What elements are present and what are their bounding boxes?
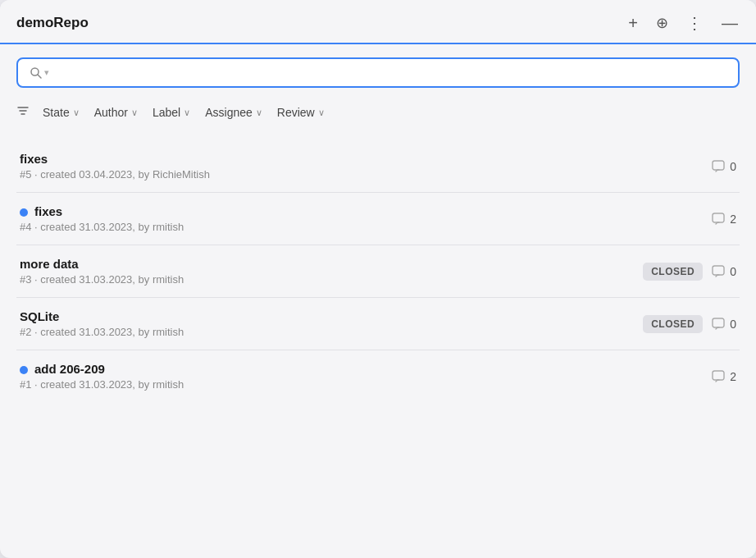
pr-title: fixes [34,204,62,218]
add-icon: + [628,14,638,33]
pr-title-row: fixes [20,204,62,218]
comment-icon [711,317,726,332]
pr-item[interactable]: fixes#4 · created 31.03.2023, by rmitish… [16,193,740,245]
comment-count: 2 [730,213,736,226]
comment-count: 2 [730,370,736,383]
filter-author-button[interactable]: Author ∨ [89,103,143,122]
more-icon: ⋮ [686,13,704,33]
svg-rect-6 [713,371,724,380]
pr-item[interactable]: SQLite#2 · created 31.03.2023, by rmitis… [16,298,740,350]
comment-icon [711,369,726,384]
more-button[interactable]: ⋮ [685,11,705,34]
pr-title: more data [20,257,79,271]
comment-wrap: 0 [711,159,736,174]
comment-icon [711,212,726,226]
svg-rect-3 [713,213,724,222]
add-button[interactable]: + [626,12,640,34]
pr-meta: #2 · created 31.03.2023, by rmitish [20,326,184,338]
svg-rect-5 [713,318,724,327]
minimize-button[interactable]: — [720,12,740,34]
pr-title-row: SQLite [20,309,59,323]
comment-count: 0 [730,318,736,331]
main-content: ▾ State ∨ Author ∨ Label ∨ [0,44,756,415]
title-bar: demoRepo + ⊕ ⋮ — [0,0,756,44]
filter-label-chevron: ∨ [184,107,190,118]
comment-icon [711,264,726,279]
pr-item[interactable]: fixes#5 · created 03.04.2023, by RichieM… [16,140,740,193]
pr-status-dot [20,208,28,217]
filter-assignee-chevron: ∨ [256,107,262,118]
search-bar: ▾ [16,57,740,88]
pr-title-row: add 206-209 [20,362,105,376]
pr-left: fixes#5 · created 03.04.2023, by RichieM… [20,152,210,181]
filter-state-button[interactable]: State ∨ [38,103,84,122]
filter-author-label: Author [94,106,128,119]
pr-right: 0 [711,159,736,174]
filter-label-label: Label [153,106,180,119]
search-input[interactable] [56,66,726,80]
pr-meta: #1 · created 31.03.2023, by rmitish [20,378,184,391]
closed-badge: CLOSED [643,263,703,281]
search-chevron: ▾ [44,67,49,78]
filter-state-chevron: ∨ [73,107,80,118]
minimize-icon: — [722,14,738,33]
filter-review-label: Review [277,106,315,119]
pr-meta: #5 · created 03.04.2023, by RichieMitish [20,168,210,181]
search-icon [30,66,43,80]
comment-wrap: 0 [711,317,736,332]
pr-left: SQLite#2 · created 31.03.2023, by rmitis… [20,309,184,338]
pr-meta: #3 · created 31.03.2023, by rmitish [20,273,184,286]
target-button[interactable]: ⊕ [654,12,670,34]
target-icon: ⊕ [656,14,668,32]
filter-icon [16,104,30,121]
filter-label-button[interactable]: Label ∨ [148,103,195,122]
title-actions: + ⊕ ⋮ — [626,11,740,34]
comment-count: 0 [730,265,736,278]
pr-title: fixes [20,152,48,166]
comment-wrap: 2 [711,369,736,384]
pr-meta: #4 · created 31.03.2023, by rmitish [20,221,184,233]
comment-wrap: 2 [711,212,736,226]
comment-icon [711,159,726,174]
filter-review-button[interactable]: Review ∨ [272,103,330,122]
pr-title-row: fixes [20,152,48,166]
comment-count: 0 [730,160,736,173]
pr-title: SQLite [20,309,59,323]
filter-review-chevron: ∨ [318,107,325,118]
pr-right: CLOSED0 [643,315,736,333]
pr-left: add 206-209#1 · created 31.03.2023, by r… [20,362,184,391]
repo-title: demoRepo [16,15,89,31]
pr-left: fixes#4 · created 31.03.2023, by rmitish [20,204,184,233]
filter-state-label: State [43,106,70,119]
pr-item[interactable]: more data#3 · created 31.03.2023, by rmi… [16,245,740,298]
pr-right: 2 [711,212,736,226]
svg-line-1 [38,75,41,78]
pr-list: fixes#5 · created 03.04.2023, by RichieM… [16,140,740,402]
comment-wrap: 0 [711,264,736,279]
pr-right: 2 [711,369,736,384]
pr-right: CLOSED0 [643,263,736,281]
closed-badge: CLOSED [643,315,703,333]
filter-author-chevron: ∨ [131,107,138,118]
filter-assignee-button[interactable]: Assignee ∨ [200,103,267,122]
pr-left: more data#3 · created 31.03.2023, by rmi… [20,257,184,286]
search-icon-wrap: ▾ [30,66,49,80]
filter-assignee-label: Assignee [205,106,253,119]
pr-title: add 206-209 [34,362,105,376]
svg-rect-4 [713,266,724,275]
filters-bar: State ∨ Author ∨ Label ∨ Assignee ∨ Revi… [16,103,740,122]
pr-title-row: more data [20,257,79,271]
pr-item[interactable]: add 206-209#1 · created 31.03.2023, by r… [16,350,740,402]
app-window: demoRepo + ⊕ ⋮ — ▾ [0,0,756,558]
pr-status-dot [20,366,28,374]
svg-rect-2 [713,161,724,170]
